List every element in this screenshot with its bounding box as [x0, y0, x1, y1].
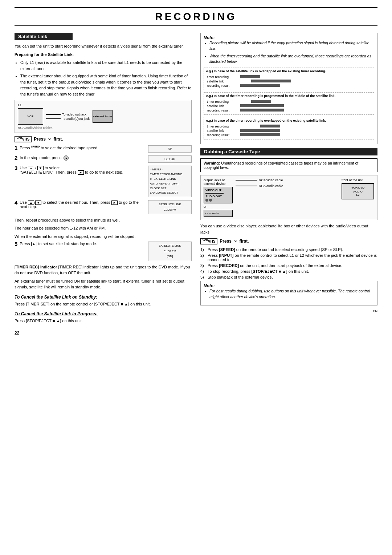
vhs-logo-dubbing: VCRVHS [200, 238, 217, 244]
note-label: Note: [204, 35, 215, 40]
step1-suffix: to select the desired tape speed. [41, 146, 98, 150]
cancel-standby: To Cancel the Satellite Link on Standby:… [15, 295, 192, 307]
eg3-table: timer recording satellite link recording… [206, 124, 372, 138]
step5-diagram: SATELLITE LINK 01:30 PM [ON] [148, 242, 192, 261]
page-title: RECORDING [15, 7, 377, 26]
step3-text1: Use [20, 166, 27, 170]
dubbing-connection-diagram: output jacks ofexternal device VIDEO OUT… [200, 175, 377, 220]
eg-box-2: e.g.) In case of the timer recording is … [204, 92, 374, 115]
eg-box-3: e.g.) In case of the timer recording is … [204, 117, 374, 139]
dubbing-note-bullet: For best results during dubbing, use but… [209, 288, 374, 300]
satellite-link-header: Satellite Link [15, 33, 73, 40]
rca-cable-label: RCA audio/video cables [18, 126, 53, 130]
to-audio-out: To audio(L)out jack [62, 117, 90, 121]
warning-label: Warning: [204, 161, 220, 165]
eg1-label: e.g.) In case of the satellite link is o… [206, 69, 372, 73]
step4-diagram: SATELLITE LINK 01:00:PM [148, 200, 192, 214]
preparing-header: Preparing for the Satellite Link: [15, 52, 74, 57]
dub-step-3: 3) Press [RECORD] on the unit, and then … [200, 263, 377, 268]
step3-text2: to select [45, 166, 60, 170]
step1-diagram: SP [148, 145, 192, 153]
satellite-link-intro: You can set the unit to start recording … [15, 43, 192, 49]
note-bullet-1: Recording picture will be distorted if t… [209, 40, 374, 52]
press-label-left: Press [34, 137, 46, 142]
warning-text: Unauthorized recordings of copyrighted c… [204, 161, 358, 170]
eg2-table: timer recording satellite link recording… [206, 99, 372, 113]
external-tuner-label: external tuner [93, 115, 112, 118]
note-bullet-2: When the timer recording and the satelli… [209, 53, 374, 65]
vhs-logo-left: VCRVHS [15, 136, 32, 142]
to-video-out: To video out jack [62, 113, 86, 116]
satellite-link-section: Satellite Link You can set the unit to s… [15, 33, 192, 324]
eg3-label: e.g.) In case of the timer recording is … [206, 119, 372, 122]
dubbing-intro: You can use a video disc player, cable/s… [200, 223, 377, 235]
step3-text3: to go to the next step. [85, 170, 123, 174]
bullet-1: Only L1 (rear) is available for satellit… [20, 60, 192, 72]
cancel-progress-title: To Cancel the Satellite Link in Progress… [15, 311, 192, 316]
cable-section: RCA video cable RCA audio cable [236, 178, 339, 188]
dub-step-4: 4) To stop recording, press [STOP/EJECT … [200, 269, 377, 274]
dub-first-label: first. [240, 239, 249, 244]
l1-label: L1 [18, 103, 22, 107]
page-number: 22 [15, 331, 192, 336]
step-1: 1 Press SPEED to select the desired tape… [15, 145, 192, 153]
first-label-left: first. [54, 137, 63, 142]
eg2-label: e.g.) In case of the timer recording is … [206, 94, 372, 98]
left-device-section: output jacks ofexternal device VIDEO OUT… [204, 178, 233, 217]
ext-tuner-note: An external tuner must be turned ON for … [15, 278, 192, 290]
step-5: 5 Press ► to set satellite link standby … [15, 242, 192, 261]
dub-step-1: 1) Press [SPEED] on the remote control t… [200, 247, 377, 252]
dubbing-note-box: Note: For best results during dubbing, u… [200, 281, 377, 305]
step1-text: Press [20, 146, 30, 150]
output-jacks-label: output jacks ofexternal device [204, 178, 233, 186]
warning-box: Warning: Unauthorized recordings of copy… [200, 158, 377, 172]
rca-audio-label: RCA audio cable [259, 184, 283, 188]
dubbing-note-label: Note: [204, 283, 215, 288]
step-4: 4 Use ▲/▼ to select the desired hour. Th… [15, 200, 192, 214]
rca-video-label: RCA video cable [259, 178, 283, 182]
eg1-table: timer recording satellite link recording… [206, 74, 372, 88]
dubbing-section: Dubbing a Cassette Tape Warning: Unautho… [200, 148, 377, 305]
vhs-press-dubbing: VCRVHS Press ∞ first. [200, 238, 377, 244]
eg-box-1: e.g.) In case of the satellite link is o… [204, 68, 374, 90]
left-column: Satellite Link You can set the unit to s… [15, 33, 192, 336]
cancel-standby-title: To Cancel the Satellite Link on Standby: [15, 295, 192, 300]
note-box-right: Note: Recording picture will be distorte… [200, 33, 377, 144]
dub-press-label: Press [220, 239, 232, 244]
bullet-2: The external tuner should be equipped wi… [20, 73, 192, 97]
right-unit-section: front of the unit VCR/DVD AUDIO L2 [342, 178, 374, 199]
cancel-progress: To Cancel the Satellite Link in Progress… [15, 311, 192, 324]
dub-step-5: 5) Stop playback of the external device. [200, 275, 377, 279]
cancel-progress-text: Press [STOP/EJECT ■ ▲] on this unit. [15, 318, 192, 324]
front-unit-label: front of the unit [342, 178, 374, 182]
step-3: 3 Use ▲ / ▼ to select "SATELLITE LINK". … [15, 166, 192, 197]
connection-diagram-left: L1 VCR To video out jack To audio(L)out … [15, 100, 192, 133]
step4-note3: When the external tuner signal is stoppe… [15, 234, 192, 240]
step2-text: In the stop mode, press [20, 155, 61, 160]
dubbing-header: Dubbing a Cassette Tape [200, 148, 377, 155]
step3-menu: – MENU – TIMER PROGRAMMING ► SATELLITE L… [148, 166, 192, 197]
dub-step-2: 2) Press [INPUT] on the remote control t… [200, 253, 377, 262]
step4-note2: The hour can be selected from 1-12 with … [15, 225, 192, 231]
step4-note1: Then, repeat procedures above to select … [15, 217, 192, 223]
step-2: 2 In the stop mode, press ● SETUP [15, 155, 192, 163]
timer-rec-note: [TIMER REC] indicator [TIMER REC] indica… [15, 264, 192, 276]
preparing-bullets: Only L1 (rear) is available for satellit… [20, 60, 192, 97]
cancel-standby-text: Press [TIMER SET] on the remote control … [15, 301, 192, 307]
dubbing-steps: 1) Press [SPEED] on the remote control t… [200, 247, 377, 279]
step3-quote: "SATELLITE LINK". Then, press [20, 170, 77, 174]
right-column: Note: Recording picture will be distorte… [200, 33, 377, 336]
vhs-press-left: VCRVHS Press ∞ first. [15, 136, 192, 142]
en-label: EN [200, 309, 377, 313]
step2-diagram: SETUP [148, 155, 192, 163]
